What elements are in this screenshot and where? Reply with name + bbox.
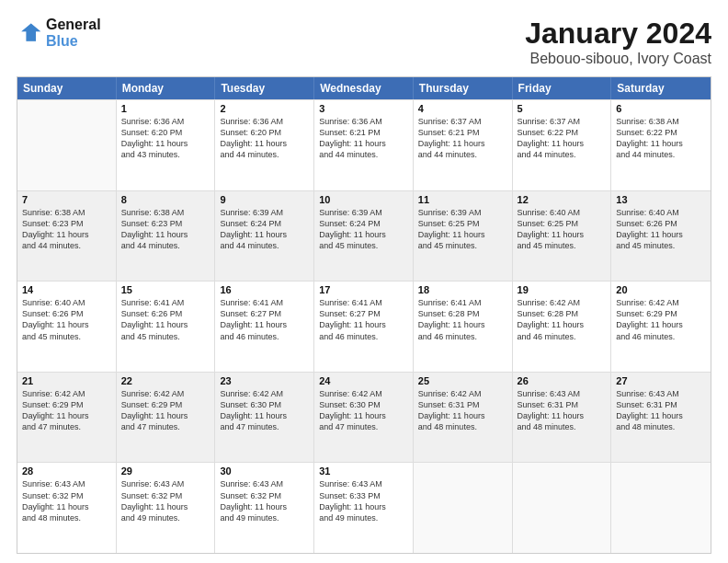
day-number: 2 xyxy=(220,103,309,114)
day-number: 11 xyxy=(418,194,507,205)
calendar-cell: 22Sunrise: 6:42 AM Sunset: 6:29 PM Dayli… xyxy=(117,373,216,463)
day-info: Sunrise: 6:43 AM Sunset: 6:32 PM Dayligh… xyxy=(22,478,111,523)
calendar-cell xyxy=(17,100,117,190)
day-info: Sunrise: 6:42 AM Sunset: 6:30 PM Dayligh… xyxy=(319,388,408,433)
day-info: Sunrise: 6:41 AM Sunset: 6:27 PM Dayligh… xyxy=(319,297,408,342)
day-number: 17 xyxy=(319,284,408,295)
day-info: Sunrise: 6:38 AM Sunset: 6:22 PM Dayligh… xyxy=(616,116,706,161)
subtitle: Bebouo-sibouo, Ivory Coast xyxy=(525,51,711,67)
calendar-cell: 4Sunrise: 6:37 AM Sunset: 6:21 PM Daylig… xyxy=(414,100,513,190)
calendar-cell: 26Sunrise: 6:43 AM Sunset: 6:31 PM Dayli… xyxy=(513,373,612,463)
calendar-cell: 28Sunrise: 6:43 AM Sunset: 6:32 PM Dayli… xyxy=(17,463,117,553)
calendar-cell: 3Sunrise: 6:36 AM Sunset: 6:21 PM Daylig… xyxy=(314,100,414,190)
day-number: 9 xyxy=(220,194,309,205)
day-info: Sunrise: 6:36 AM Sunset: 6:20 PM Dayligh… xyxy=(121,116,210,161)
weekday-header: Saturday xyxy=(611,77,711,99)
calendar-week: 28Sunrise: 6:43 AM Sunset: 6:32 PM Dayli… xyxy=(17,462,711,553)
calendar-cell: 29Sunrise: 6:43 AM Sunset: 6:32 PM Dayli… xyxy=(117,463,216,553)
calendar-cell: 30Sunrise: 6:43 AM Sunset: 6:32 PM Dayli… xyxy=(215,463,314,553)
day-info: Sunrise: 6:39 AM Sunset: 6:24 PM Dayligh… xyxy=(220,207,309,252)
weekday-header: Monday xyxy=(117,77,216,99)
day-info: Sunrise: 6:42 AM Sunset: 6:30 PM Dayligh… xyxy=(220,388,309,433)
day-info: Sunrise: 6:41 AM Sunset: 6:26 PM Dayligh… xyxy=(121,297,210,342)
day-number: 22 xyxy=(121,375,210,386)
day-number: 1 xyxy=(121,103,210,114)
day-number: 31 xyxy=(319,465,408,477)
day-number: 16 xyxy=(220,284,309,295)
day-number: 14 xyxy=(22,284,111,295)
calendar-cell: 25Sunrise: 6:42 AM Sunset: 6:31 PM Dayli… xyxy=(414,373,513,463)
header: General Blue January 2024 Bebouo-sibouo,… xyxy=(17,17,711,67)
weekday-header: Sunday xyxy=(17,77,117,99)
calendar-cell: 13Sunrise: 6:40 AM Sunset: 6:26 PM Dayli… xyxy=(611,191,711,282)
calendar-cell: 24Sunrise: 6:42 AM Sunset: 6:30 PM Dayli… xyxy=(314,373,414,463)
calendar-cell: 15Sunrise: 6:41 AM Sunset: 6:26 PM Dayli… xyxy=(117,282,216,372)
calendar-week: 14Sunrise: 6:40 AM Sunset: 6:26 PM Dayli… xyxy=(17,281,711,372)
day-number: 8 xyxy=(121,194,210,205)
calendar-cell: 7Sunrise: 6:38 AM Sunset: 6:23 PM Daylig… xyxy=(17,191,117,282)
day-info: Sunrise: 6:43 AM Sunset: 6:31 PM Dayligh… xyxy=(518,388,607,433)
calendar-week: 1Sunrise: 6:36 AM Sunset: 6:20 PM Daylig… xyxy=(17,99,711,190)
day-number: 25 xyxy=(418,375,507,386)
day-number: 3 xyxy=(319,103,408,114)
calendar-cell: 2Sunrise: 6:36 AM Sunset: 6:20 PM Daylig… xyxy=(215,100,314,190)
day-number: 12 xyxy=(518,194,607,205)
day-info: Sunrise: 6:42 AM Sunset: 6:29 PM Dayligh… xyxy=(616,297,706,342)
calendar-cell: 9Sunrise: 6:39 AM Sunset: 6:24 PM Daylig… xyxy=(215,191,314,282)
day-number: 30 xyxy=(220,465,309,477)
calendar-cell: 14Sunrise: 6:40 AM Sunset: 6:26 PM Dayli… xyxy=(17,282,117,372)
svg-marker-1 xyxy=(21,23,40,40)
calendar-week: 21Sunrise: 6:42 AM Sunset: 6:29 PM Dayli… xyxy=(17,372,711,463)
day-number: 23 xyxy=(220,375,309,386)
calendar-cell: 17Sunrise: 6:41 AM Sunset: 6:27 PM Dayli… xyxy=(314,282,414,372)
weekday-header: Friday xyxy=(513,77,612,99)
calendar-cell: 12Sunrise: 6:40 AM Sunset: 6:25 PM Dayli… xyxy=(513,191,612,282)
calendar-cell: 5Sunrise: 6:37 AM Sunset: 6:22 PM Daylig… xyxy=(513,100,612,190)
calendar-cell: 21Sunrise: 6:42 AM Sunset: 6:29 PM Dayli… xyxy=(17,373,117,463)
day-number: 21 xyxy=(22,375,111,386)
weekday-header: Thursday xyxy=(414,77,513,99)
calendar-body: 1Sunrise: 6:36 AM Sunset: 6:20 PM Daylig… xyxy=(17,99,711,553)
weekday-header: Wednesday xyxy=(314,77,414,99)
day-info: Sunrise: 6:41 AM Sunset: 6:28 PM Dayligh… xyxy=(418,297,507,342)
day-info: Sunrise: 6:43 AM Sunset: 6:31 PM Dayligh… xyxy=(616,388,706,433)
calendar-cell: 31Sunrise: 6:43 AM Sunset: 6:33 PM Dayli… xyxy=(314,463,414,553)
day-info: Sunrise: 6:39 AM Sunset: 6:24 PM Dayligh… xyxy=(319,207,408,252)
day-number: 6 xyxy=(616,103,706,114)
day-number: 24 xyxy=(319,375,408,386)
logo: General Blue xyxy=(17,17,101,49)
day-number: 4 xyxy=(418,103,507,114)
title-block: January 2024 Bebouo-sibouo, Ivory Coast xyxy=(525,17,711,67)
day-info: Sunrise: 6:43 AM Sunset: 6:32 PM Dayligh… xyxy=(121,478,210,523)
day-number: 13 xyxy=(616,194,706,205)
calendar-cell xyxy=(414,463,513,553)
calendar-cell: 1Sunrise: 6:36 AM Sunset: 6:20 PM Daylig… xyxy=(117,100,216,190)
main-title: January 2024 xyxy=(525,17,711,51)
calendar-cell: 16Sunrise: 6:41 AM Sunset: 6:27 PM Dayli… xyxy=(215,282,314,372)
day-info: Sunrise: 6:38 AM Sunset: 6:23 PM Dayligh… xyxy=(22,207,111,252)
day-info: Sunrise: 6:42 AM Sunset: 6:29 PM Dayligh… xyxy=(22,388,111,433)
day-info: Sunrise: 6:43 AM Sunset: 6:32 PM Dayligh… xyxy=(220,478,309,523)
day-number: 29 xyxy=(121,465,210,477)
calendar-cell: 11Sunrise: 6:39 AM Sunset: 6:25 PM Dayli… xyxy=(414,191,513,282)
day-number: 20 xyxy=(616,284,706,295)
page: General Blue January 2024 Bebouo-sibouo,… xyxy=(0,0,728,563)
day-number: 5 xyxy=(518,103,607,114)
day-info: Sunrise: 6:40 AM Sunset: 6:26 PM Dayligh… xyxy=(616,207,706,252)
day-info: Sunrise: 6:37 AM Sunset: 6:21 PM Dayligh… xyxy=(418,116,507,161)
day-info: Sunrise: 6:41 AM Sunset: 6:27 PM Dayligh… xyxy=(220,297,309,342)
calendar-cell: 8Sunrise: 6:38 AM Sunset: 6:23 PM Daylig… xyxy=(117,191,216,282)
weekday-header: Tuesday xyxy=(215,77,314,99)
day-info: Sunrise: 6:38 AM Sunset: 6:23 PM Dayligh… xyxy=(121,207,210,252)
day-number: 15 xyxy=(121,284,210,295)
calendar-cell: 18Sunrise: 6:41 AM Sunset: 6:28 PM Dayli… xyxy=(414,282,513,372)
calendar-cell: 23Sunrise: 6:42 AM Sunset: 6:30 PM Dayli… xyxy=(215,373,314,463)
day-number: 10 xyxy=(319,194,408,205)
day-info: Sunrise: 6:36 AM Sunset: 6:21 PM Dayligh… xyxy=(319,116,408,161)
day-info: Sunrise: 6:43 AM Sunset: 6:33 PM Dayligh… xyxy=(319,478,408,523)
calendar-cell xyxy=(611,463,711,553)
day-info: Sunrise: 6:40 AM Sunset: 6:26 PM Dayligh… xyxy=(22,297,111,342)
calendar-week: 7Sunrise: 6:38 AM Sunset: 6:23 PM Daylig… xyxy=(17,190,711,282)
day-number: 27 xyxy=(616,375,706,386)
calendar-cell: 10Sunrise: 6:39 AM Sunset: 6:24 PM Dayli… xyxy=(314,191,414,282)
